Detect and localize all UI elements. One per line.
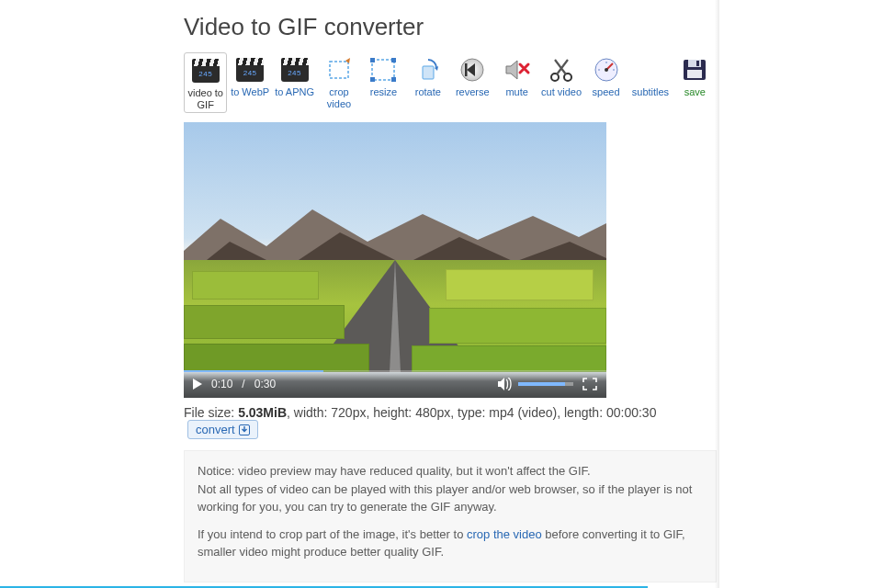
tool-speed[interactable]: speed: [584, 52, 628, 113]
notice-box: Notice: video preview may have reduced q…: [184, 450, 717, 582]
clapper-icon: 245: [191, 56, 220, 85]
mute-icon: [503, 55, 532, 85]
tool-label: resize: [370, 86, 397, 98]
tool-save[interactable]: save: [673, 52, 717, 113]
speed-icon: [592, 55, 621, 85]
rotate-icon: [413, 55, 443, 85]
progress-bar[interactable]: [184, 370, 606, 372]
volume-control[interactable]: [498, 378, 573, 390]
tool-label: to WebP: [231, 86, 269, 98]
subtitles-icon: [636, 55, 665, 85]
resize-icon: [368, 55, 398, 85]
clapper-icon: 245: [280, 55, 310, 85]
tool-crop-video[interactable]: crop video: [317, 52, 360, 113]
tool-rotate[interactable]: rotate: [406, 52, 449, 113]
tool-cut-video[interactable]: cut video: [539, 52, 582, 113]
svg-rect-8: [465, 63, 468, 76]
tool-mute[interactable]: mute: [495, 52, 538, 113]
svg-rect-0: [330, 62, 348, 78]
svg-rect-3: [391, 58, 396, 62]
tool-label: subtitles: [632, 86, 669, 98]
play-button[interactable]: [193, 379, 202, 390]
tool-to-webp[interactable]: 245to WebP: [228, 52, 271, 113]
tool-label: video to GIF: [186, 87, 225, 110]
crop-video-link[interactable]: crop the video: [467, 527, 542, 541]
svg-point-12: [605, 68, 608, 72]
video-preview[interactable]: 0:10 / 0:30: [184, 122, 606, 398]
volume-slider[interactable]: [518, 382, 573, 386]
tool-label: speed: [593, 86, 620, 98]
volume-icon: [498, 378, 513, 390]
reverse-icon: [458, 55, 487, 85]
file-info: File size: 5.03MiB, width: 720px, height…: [184, 405, 717, 439]
save-icon: [680, 55, 709, 85]
tool-label: save: [684, 86, 706, 98]
page-title: Video to GIF converter: [184, 13, 717, 41]
svg-rect-1: [372, 60, 394, 80]
tool-reverse[interactable]: reverse: [451, 52, 494, 113]
right-sidebar-blank: [718, 0, 882, 588]
svg-rect-4: [370, 77, 375, 82]
notice-line2: If you intend to crop part of the image,…: [198, 526, 703, 561]
time-duration: 0:30: [254, 378, 276, 390]
svg-rect-2: [370, 58, 375, 62]
tool-label: crop video: [318, 86, 359, 109]
svg-rect-6: [423, 66, 434, 79]
convert-button[interactable]: convert: [187, 420, 258, 439]
download-icon: [239, 424, 250, 435]
video-frame-ground: [184, 260, 606, 372]
time-current: 0:10: [211, 378, 232, 390]
file-size: 5.03MiB: [238, 405, 287, 420]
tool-label: cut video: [541, 86, 582, 98]
video-controls: 0:10 / 0:30: [184, 370, 606, 398]
svg-rect-15: [696, 61, 699, 66]
notice-line1: Notice: video preview may have reduced q…: [198, 462, 703, 516]
svg-rect-5: [391, 77, 396, 82]
svg-rect-16: [687, 70, 702, 78]
clapper-icon: 245: [235, 55, 265, 85]
tool-label: mute: [505, 86, 527, 98]
crop-icon: [324, 55, 354, 85]
tool-resize[interactable]: resize: [362, 52, 405, 113]
cut-icon: [547, 55, 576, 85]
toolbar: 245video to GIF245to WebP245to APNGcrop …: [184, 52, 717, 113]
tool-subtitles[interactable]: subtitles: [628, 52, 672, 113]
tool-video-to-gif[interactable]: 245video to GIF: [184, 52, 227, 113]
tool-to-apng[interactable]: 245to APNG: [273, 52, 316, 113]
tool-label: reverse: [456, 86, 490, 98]
tool-label: to APNG: [275, 86, 314, 98]
tool-label: rotate: [415, 86, 441, 98]
fullscreen-button[interactable]: [582, 378, 597, 390]
